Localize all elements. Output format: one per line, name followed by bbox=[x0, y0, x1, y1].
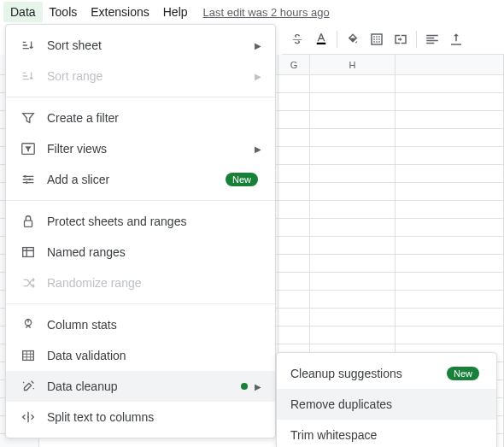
cell[interactable] bbox=[310, 129, 396, 146]
cell[interactable] bbox=[278, 93, 310, 110]
menu-item-column-stats[interactable]: Column stats bbox=[6, 309, 275, 340]
randomize-icon bbox=[20, 274, 37, 291]
menu-item-label: Data cleanup bbox=[47, 379, 241, 393]
column-header-blank[interactable] bbox=[396, 55, 504, 74]
cell[interactable] bbox=[396, 111, 504, 128]
named-ranges-icon bbox=[20, 244, 37, 261]
new-badge: New bbox=[226, 173, 258, 186]
cell[interactable] bbox=[310, 237, 396, 254]
cell[interactable] bbox=[278, 255, 310, 272]
cell[interactable] bbox=[278, 291, 310, 308]
cell[interactable] bbox=[310, 183, 396, 200]
cell[interactable] bbox=[310, 165, 396, 182]
cell[interactable] bbox=[278, 129, 310, 146]
column-header-g[interactable]: G bbox=[278, 55, 310, 74]
text-color-icon[interactable] bbox=[311, 29, 331, 50]
cell[interactable] bbox=[396, 273, 504, 290]
cell[interactable] bbox=[278, 165, 310, 182]
menu-item-label: Sort range bbox=[47, 69, 255, 83]
cell[interactable] bbox=[310, 255, 396, 272]
horizontal-align-icon[interactable] bbox=[422, 29, 442, 50]
sort-range-icon bbox=[20, 68, 37, 85]
cell[interactable] bbox=[396, 147, 504, 164]
cell[interactable] bbox=[310, 75, 396, 92]
menu-item-label: Filter views bbox=[47, 142, 255, 156]
merge-cells-icon[interactable] bbox=[390, 29, 411, 50]
menubar: Data Tools Extensions Help Last edit was… bbox=[0, 0, 504, 24]
cell[interactable] bbox=[310, 147, 396, 164]
menu-item-named-ranges[interactable]: Named ranges bbox=[6, 237, 275, 268]
menu-item-create-a-filter[interactable]: Create a filter bbox=[6, 103, 275, 133]
submenu-arrow-icon: ▶ bbox=[255, 72, 261, 81]
vertical-align-icon[interactable] bbox=[446, 29, 466, 50]
submenu-item-remove-duplicates[interactable]: Remove duplicates bbox=[277, 389, 496, 420]
menu-item-sort-sheet[interactable]: Sort sheet▶ bbox=[6, 30, 275, 61]
cell[interactable] bbox=[396, 129, 504, 146]
validation-icon bbox=[20, 347, 37, 364]
cell[interactable] bbox=[396, 93, 504, 110]
menu-item-filter-views[interactable]: Filter views▶ bbox=[6, 133, 275, 164]
cell[interactable] bbox=[396, 309, 504, 326]
cell[interactable] bbox=[396, 237, 504, 254]
toolbar-separator bbox=[337, 31, 337, 48]
menu-item-label: Split text to columns bbox=[47, 410, 261, 424]
cell[interactable] bbox=[310, 273, 396, 290]
cell[interactable] bbox=[396, 255, 504, 272]
menu-item-label: Column stats bbox=[47, 318, 261, 332]
submenu-item-trim-whitespace[interactable]: Trim whitespace bbox=[277, 420, 496, 447]
cell[interactable] bbox=[396, 183, 504, 200]
menu-item-data-validation[interactable]: Data validation bbox=[6, 340, 275, 371]
cell[interactable] bbox=[310, 93, 396, 110]
cell[interactable] bbox=[278, 75, 310, 92]
svg-point-2 bbox=[24, 175, 26, 178]
cell[interactable] bbox=[278, 219, 310, 236]
cell[interactable] bbox=[278, 111, 310, 128]
cell[interactable] bbox=[396, 75, 504, 92]
cell[interactable] bbox=[396, 219, 504, 236]
cell[interactable] bbox=[278, 201, 310, 218]
filter-icon bbox=[20, 109, 37, 126]
last-edit-link[interactable]: Last edit was 2 hours ago bbox=[203, 6, 330, 19]
menu-extensions[interactable]: Extensions bbox=[84, 2, 155, 22]
cell[interactable] bbox=[278, 326, 310, 344]
menu-item-label: Protect sheets and ranges bbox=[47, 215, 261, 228]
cell[interactable] bbox=[396, 201, 504, 218]
menu-help[interactable]: Help bbox=[156, 2, 195, 22]
cell[interactable] bbox=[310, 201, 396, 218]
menu-item-protect-sheets-and-ranges[interactable]: Protect sheets and ranges bbox=[6, 206, 275, 237]
cell[interactable] bbox=[278, 273, 310, 290]
cell[interactable] bbox=[278, 183, 310, 200]
menu-tools[interactable]: Tools bbox=[43, 2, 85, 22]
toolbar-separator bbox=[416, 31, 417, 48]
data-menu-dropdown: Sort sheet▶Sort range▶Create a filterFil… bbox=[5, 24, 276, 438]
menu-separator bbox=[6, 303, 275, 304]
column-header-h[interactable]: H bbox=[310, 55, 396, 74]
cell[interactable] bbox=[310, 291, 396, 308]
cell[interactable] bbox=[278, 147, 310, 164]
borders-icon[interactable] bbox=[366, 29, 387, 50]
menu-item-split-text-to-columns[interactable]: Split text to columns bbox=[6, 402, 275, 432]
fill-color-icon[interactable] bbox=[343, 29, 363, 50]
svg-rect-0 bbox=[317, 42, 326, 44]
cell[interactable] bbox=[396, 165, 504, 182]
new-badge: New bbox=[447, 367, 479, 380]
menu-item-data-cleanup[interactable]: Data cleanup▶ bbox=[6, 371, 275, 402]
cell[interactable] bbox=[310, 111, 396, 128]
cell[interactable] bbox=[278, 237, 310, 254]
svg-point-9 bbox=[27, 416, 29, 418]
cell[interactable] bbox=[396, 291, 504, 308]
indicator-dot bbox=[241, 383, 248, 390]
strikethrough-icon[interactable] bbox=[287, 29, 308, 50]
submenu-item-label: Trim whitespace bbox=[290, 428, 483, 442]
filter-views-icon bbox=[20, 140, 37, 157]
cell[interactable] bbox=[278, 309, 310, 326]
menu-item-sort-range: Sort range▶ bbox=[6, 61, 275, 91]
submenu-item-cleanup-suggestions[interactable]: Cleanup suggestionsNew bbox=[277, 358, 496, 389]
menu-data[interactable]: Data bbox=[3, 2, 43, 22]
menu-item-add-a-slicer[interactable]: Add a slicerNew bbox=[6, 164, 275, 195]
cell[interactable] bbox=[310, 219, 396, 236]
menu-item-label: Randomize range bbox=[47, 276, 261, 290]
cell[interactable] bbox=[310, 326, 396, 344]
cell[interactable] bbox=[396, 326, 504, 344]
cell[interactable] bbox=[310, 309, 396, 326]
